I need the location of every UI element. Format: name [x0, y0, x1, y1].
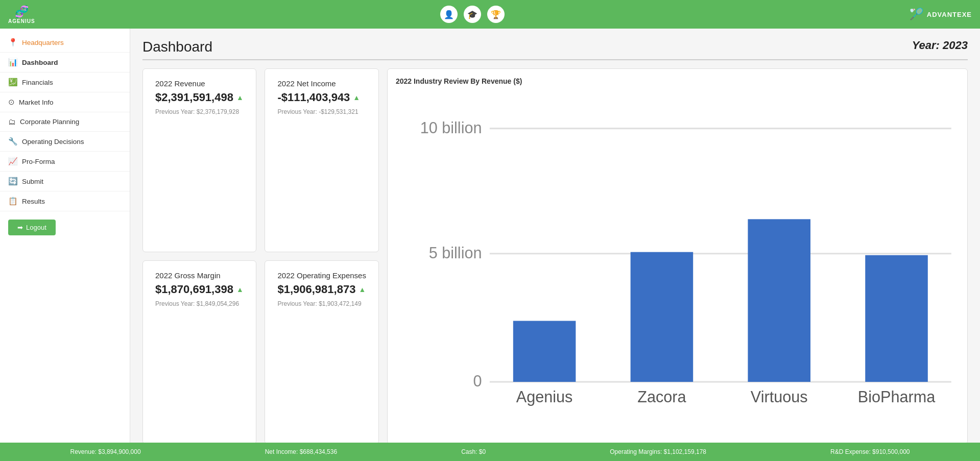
industry-chart-container: 10 billion 5 billion 0 Agenius Zaco	[396, 89, 959, 435]
sidebar-item-pro-forma[interactable]: 📈 Pro-Forma	[0, 152, 130, 172]
kpi-prev-3: Previous Year: $1,903,472,149	[277, 300, 366, 307]
trend-up-icon-1: ▲	[353, 93, 360, 102]
sidebar-item-results[interactable]: 📋 Results	[0, 191, 130, 211]
kpi-card-0: 2022 Revenue $2,391,591,498 ▲ Previous Y…	[142, 68, 256, 252]
svg-text:0: 0	[473, 372, 482, 390]
trend-up-icon-2: ▲	[236, 285, 244, 294]
sidebar-icon-submit: 🔄	[8, 177, 18, 186]
kpi-card-3: 2022 Operating Expenses $1,906,981,873 ▲…	[265, 260, 378, 443]
industry-chart-card: 2022 Industry Review By Revenue ($) 10 b…	[387, 68, 968, 443]
logout-icon: ➡	[17, 224, 23, 231]
page-title: Dashboard	[142, 39, 212, 55]
sidebar-item-dashboard[interactable]: 📊 Dashboard	[0, 53, 130, 72]
sidebar-label-market-info: Market Info	[19, 99, 54, 106]
status-revenue: Revenue: $3,894,900,000	[70, 448, 141, 455]
year-label: Year: 2023	[912, 39, 968, 52]
svg-text:Agenius: Agenius	[516, 388, 573, 406]
sidebar-item-corporate-planning[interactable]: 🗂 Corporate Planning	[0, 112, 130, 132]
brand-logo: 🏸 ADVANTEXE	[910, 8, 972, 21]
sidebar-label-results: Results	[22, 198, 45, 205]
industry-chart-svg: 10 billion 5 billion 0 Agenius Zaco	[396, 89, 959, 433]
top-nav: 🧬 AGENIUS 👤 🎓 🏆 🏸 ADVANTEXE	[0, 0, 980, 29]
sidebar-icon-dashboard: 📊	[8, 58, 18, 67]
sidebar-icon-financials: 💹	[8, 78, 18, 87]
svg-text:BioPharma: BioPharma	[858, 388, 936, 405]
content-header: Dashboard Year: 2023	[142, 39, 968, 60]
sidebar-item-operating-decisions[interactable]: 🔧 Operating Decisions	[0, 132, 130, 152]
svg-text:Virtuous: Virtuous	[751, 388, 808, 405]
sidebar-label-pro-forma: Pro-Forma	[22, 158, 55, 165]
kpi-title-0: 2022 Revenue	[155, 79, 244, 88]
trend-up-icon-0: ▲	[236, 93, 244, 102]
sidebar-item-financials[interactable]: 💹 Financials	[0, 72, 130, 92]
kpi-card-2: 2022 Gross Margin $1,870,691,398 ▲ Previ…	[142, 260, 256, 443]
kpi-value-1: -$111,403,943 ▲	[277, 91, 366, 104]
brand-icon: 🏸	[910, 8, 924, 21]
status-operating-margins: Operating Margins: $1,102,159,178	[610, 448, 706, 455]
status-net-income: Net Income: $688,434,536	[265, 448, 337, 455]
sidebar-label-submit: Submit	[22, 178, 43, 185]
kpi-card-1: 2022 Net Income -$111,403,943 ▲ Previous…	[265, 68, 378, 252]
svg-text:10 billion: 10 billion	[420, 119, 482, 136]
logo-icon: 🧬	[15, 5, 29, 18]
kpi-prev-2: Previous Year: $1,849,054,296	[155, 300, 244, 307]
bar-biopharma	[865, 255, 928, 382]
trophy-button[interactable]: 🏆	[487, 6, 505, 23]
sidebar-label-corporate-planning: Corporate Planning	[20, 118, 79, 126]
kpi-row: 2022 Revenue $2,391,591,498 ▲ Previous Y…	[142, 68, 968, 443]
kpi-value-0: $2,391,591,498 ▲	[155, 91, 244, 104]
sidebar-icon-corporate-planning: 🗂	[8, 117, 16, 126]
sidebar-label-headquarters: Headquarters	[22, 39, 64, 46]
kpi-title-3: 2022 Operating Expenses	[277, 271, 366, 280]
kpi-value-2: $1,870,691,398 ▲	[155, 283, 244, 296]
kpi-title-2: 2022 Gross Margin	[155, 271, 244, 280]
main-layout: 📍 Headquarters📊 Dashboard💹 Financials⊙ M…	[0, 29, 980, 443]
trend-up-icon-3: ▲	[358, 285, 366, 294]
app-logo: 🧬 AGENIUS	[8, 5, 35, 24]
sidebar-icon-market-info: ⊙	[8, 98, 15, 107]
content-area: Dashboard Year: 2023 2022 Revenue $2,391…	[130, 29, 980, 443]
sidebar-item-market-info[interactable]: ⊙ Market Info	[0, 92, 130, 112]
svg-text:Zacora: Zacora	[637, 388, 686, 405]
sidebar-item-headquarters[interactable]: 📍 Headquarters	[0, 33, 130, 53]
svg-text:5 billion: 5 billion	[429, 244, 482, 261]
education-button[interactable]: 🎓	[464, 6, 481, 23]
sidebar-label-operating-decisions: Operating Decisions	[22, 138, 84, 145]
kpi-title-1: 2022 Net Income	[277, 79, 366, 88]
bar-virtuous	[748, 219, 810, 382]
sidebar-icon-operating-decisions: 🔧	[8, 137, 18, 146]
profile-button[interactable]: 👤	[440, 6, 458, 23]
kpi-prev-1: Previous Year: -$129,531,321	[277, 108, 366, 115]
status-rd-expense: R&D Expense: $910,500,000	[830, 448, 910, 455]
nav-buttons: 👤 🎓 🏆	[440, 6, 505, 23]
kpi-prev-0: Previous Year: $2,376,179,928	[155, 108, 244, 115]
bar-agenius	[513, 321, 576, 382]
brand-name: ADVANTEXE	[927, 11, 972, 18]
kpi-cards-grid: 2022 Revenue $2,391,591,498 ▲ Previous Y…	[142, 68, 379, 443]
bar-zacora	[631, 252, 694, 382]
status-bar: Revenue: $3,894,900,000 Net Income: $688…	[0, 443, 980, 461]
logout-label: Logout	[26, 224, 46, 231]
sidebar: 📍 Headquarters📊 Dashboard💹 Financials⊙ M…	[0, 29, 130, 443]
brand-area: 🏸 ADVANTEXE	[910, 8, 972, 21]
sidebar-label-financials: Financials	[22, 79, 53, 86]
industry-chart-title: 2022 Industry Review By Revenue ($)	[396, 77, 959, 85]
app-name: AGENIUS	[8, 18, 35, 24]
status-cash: Cash: $0	[461, 448, 486, 455]
sidebar-icon-pro-forma: 📈	[8, 157, 18, 166]
sidebar-item-submit[interactable]: 🔄 Submit	[0, 172, 130, 191]
sidebar-icon-headquarters: 📍	[8, 38, 18, 47]
sidebar-label-dashboard: Dashboard	[22, 59, 58, 66]
logout-button[interactable]: ➡ Logout	[8, 220, 56, 235]
sidebar-icon-results: 📋	[8, 197, 18, 206]
kpi-value-3: $1,906,981,873 ▲	[277, 283, 366, 296]
